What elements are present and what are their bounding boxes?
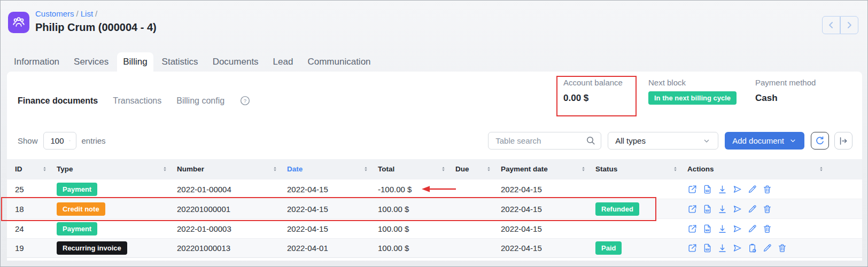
chevron-right-icon	[844, 20, 855, 30]
send-icon[interactable]	[732, 204, 742, 214]
type-badge: Payment	[57, 222, 97, 235]
table-row[interactable]: 24 Payment 2022-01-00003 2022-04-15 100.…	[7, 218, 862, 238]
pdf-file-icon[interactable]	[702, 204, 712, 214]
subtab-billing-config[interactable]: Billing config	[176, 96, 224, 106]
column-header-total[interactable]: Total	[378, 165, 455, 173]
open-external-icon[interactable]	[687, 243, 698, 253]
column-header-status[interactable]: Status	[595, 165, 687, 173]
sort-icon[interactable]	[818, 166, 825, 172]
breadcrumb: Customers/List/	[35, 9, 157, 18]
column-header-due[interactable]: Due	[455, 165, 501, 173]
pdf-file-icon[interactable]	[702, 243, 712, 253]
pdf-file-icon[interactable]	[702, 224, 712, 234]
sort-icon[interactable]	[161, 166, 168, 172]
edit-icon[interactable]	[762, 243, 772, 253]
cell-date: 2022-04-01	[287, 244, 378, 253]
record-pager	[822, 16, 858, 34]
cell-id: 25	[15, 185, 57, 194]
table-row[interactable]: 19 Recurring invoice 202201000013 2022-0…	[7, 238, 862, 258]
cell-date: 2022-04-15	[287, 185, 378, 194]
cell-type: Recurring invoice	[57, 241, 177, 255]
sort-icon[interactable]	[440, 166, 447, 172]
cell-actions	[687, 184, 862, 194]
account-balance-label: Account balance	[563, 78, 623, 87]
column-header-actions[interactable]: Actions	[687, 165, 862, 173]
delete-icon[interactable]	[762, 224, 772, 234]
add-document-button[interactable]: Add document	[725, 132, 804, 150]
delete-icon[interactable]	[762, 184, 772, 194]
sort-icon[interactable]	[485, 166, 492, 172]
delete-icon[interactable]	[777, 243, 787, 253]
sort-icon[interactable]	[272, 166, 278, 172]
edit-icon[interactable]	[747, 204, 757, 214]
export-button[interactable]	[834, 132, 852, 150]
column-header-id[interactable]: ID	[15, 165, 57, 173]
tab-services[interactable]: Services	[74, 57, 108, 67]
open-external-icon[interactable]	[687, 224, 698, 234]
app-window: Customers/List/ Philip Crum (000004 - 4)…	[0, 0, 868, 267]
search-input[interactable]	[488, 132, 601, 150]
refresh-button[interactable]	[811, 132, 829, 150]
column-label: Payment date	[501, 165, 548, 173]
column-label: Actions	[687, 165, 714, 173]
breadcrumb-list[interactable]: List	[81, 9, 93, 18]
column-label: Due	[455, 165, 469, 173]
edit-icon[interactable]	[747, 224, 757, 234]
column-label: Number	[177, 165, 204, 173]
cell-total: 100.00 $	[378, 205, 455, 214]
edit-icon[interactable]	[747, 184, 757, 194]
status-badge: Refunded	[595, 202, 639, 216]
breadcrumb-customers[interactable]: Customers	[35, 9, 74, 18]
download-icon[interactable]	[717, 243, 727, 253]
download-icon[interactable]	[717, 184, 727, 194]
previous-customer-button[interactable]	[822, 16, 840, 34]
tab-statistics[interactable]: Statistics	[162, 57, 198, 67]
help-button[interactable]	[239, 95, 251, 106]
column-header-payment-date[interactable]: Payment date	[501, 165, 595, 173]
next-block-block: Next block In the next billing cycle	[648, 78, 737, 105]
sort-icon[interactable]	[362, 166, 369, 172]
main-tabs: Information Services Billing Statistics …	[14, 52, 371, 72]
table-row[interactable]: 25 Payment 2022-01-00004 2022-04-15 -100…	[7, 179, 862, 199]
tab-information[interactable]: Information	[14, 57, 59, 67]
cell-payment-date: 2022-04-15	[501, 224, 595, 233]
download-icon[interactable]	[717, 204, 727, 214]
column-header-number[interactable]: Number	[177, 165, 287, 173]
chevron-left-icon	[826, 20, 836, 30]
download-icon[interactable]	[717, 224, 727, 234]
subtab-finance-documents[interactable]: Finance documents	[18, 96, 98, 106]
sort-icon[interactable]	[41, 166, 48, 172]
tab-documents[interactable]: Documents	[213, 57, 259, 67]
next-block-badge: In the next billing cycle	[648, 91, 737, 105]
subtab-transactions[interactable]: Transactions	[113, 96, 161, 106]
cell-date: 2022-04-15	[287, 224, 378, 233]
open-external-icon[interactable]	[687, 204, 698, 214]
finance-documents-table: ID Type Number Date Total Due Payment da…	[7, 159, 862, 258]
table-row[interactable]: 18 Credit note 202201000001 2022-04-15 1…	[7, 199, 862, 218]
sort-icon[interactable]	[672, 166, 679, 172]
breadcrumb-separator: /	[95, 9, 97, 18]
tab-communication[interactable]: Communication	[307, 57, 370, 67]
clipboard-icon[interactable]	[747, 243, 757, 253]
column-header-date[interactable]: Date	[287, 165, 378, 173]
show-label: Show	[18, 136, 38, 145]
sort-icon[interactable]	[580, 166, 587, 172]
column-header-type[interactable]: Type	[57, 165, 177, 173]
billing-panel-head: Finance documents Transactions Billing c…	[7, 72, 862, 132]
tab-billing[interactable]: Billing	[117, 52, 153, 72]
send-icon[interactable]	[732, 184, 742, 194]
tab-lead[interactable]: Lead	[273, 57, 293, 67]
column-label: ID	[15, 165, 22, 173]
open-external-icon[interactable]	[687, 184, 698, 194]
page-size-select[interactable]: 100	[43, 132, 76, 150]
send-icon[interactable]	[732, 224, 742, 234]
pdf-file-icon[interactable]	[702, 184, 712, 194]
type-filter-select[interactable]: All types	[608, 132, 718, 150]
billing-panel: Finance documents Transactions Billing c…	[7, 72, 862, 261]
send-icon[interactable]	[732, 243, 742, 253]
cell-total: 100.00 $	[378, 224, 455, 233]
delete-icon[interactable]	[762, 204, 772, 214]
next-customer-button[interactable]	[840, 16, 858, 34]
cell-number: 2022-01-00003	[177, 224, 287, 233]
cell-total: 100.00 $	[378, 244, 455, 253]
